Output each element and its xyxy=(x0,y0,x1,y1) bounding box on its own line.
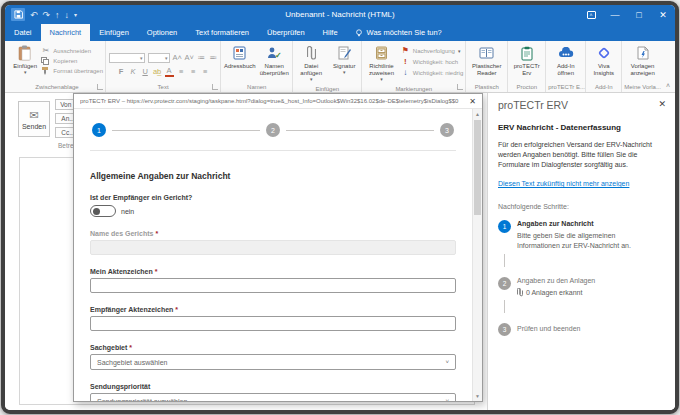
protectr-erv-dialog: proTECTr ERV – https://erv.protectr.com/… xyxy=(73,93,483,402)
group-label-clipboard: Zwischenablage xyxy=(11,83,103,92)
font-color-icon[interactable]: A xyxy=(165,66,174,77)
group-label-procton: Procton xyxy=(510,83,543,92)
check-names-icon: ✓ xyxy=(267,45,281,61)
protectr-erv-button[interactable]: proTECTr Erv xyxy=(510,43,543,79)
lightbulb-icon xyxy=(355,29,363,37)
taskpane-heading: ERV Nachricht - Datenerfassung xyxy=(498,123,666,132)
dialog-launcher-icon[interactable] xyxy=(212,84,218,90)
tab-hilfe[interactable]: Hilfe xyxy=(314,24,347,41)
save-icon[interactable] xyxy=(11,8,25,21)
dialog-launcher-icon[interactable] xyxy=(97,84,103,90)
check-names-button[interactable]: ✓ Namen überprüfen xyxy=(258,43,290,79)
paste-button[interactable]: Einfügen ▾ xyxy=(11,43,39,78)
dialog-titlebar: proTECTr ERV – https://erv.protectr.com/… xyxy=(74,94,482,109)
taskpane-step-2: 2 Angaben zu den Anlagen 0 Anlagen erkan… xyxy=(498,276,666,298)
shrink-font-icon[interactable]: A˅ xyxy=(185,53,194,62)
redo-icon[interactable]: ↷ xyxy=(43,10,51,20)
dialog-launcher-icon[interactable] xyxy=(457,84,463,90)
recipient-reference-input[interactable] xyxy=(90,316,456,331)
italic-button[interactable]: K xyxy=(129,67,138,76)
tellme-box[interactable]: Was möchten Sie tun? xyxy=(347,24,450,41)
steps-label: Nachfolgende Schritte: xyxy=(498,203,666,210)
tab-einfuegen[interactable]: Einfügen xyxy=(90,24,138,41)
numbering-icon[interactable]: ≕ xyxy=(209,53,218,62)
step-3-circle: 3 xyxy=(440,123,454,137)
scroll-down-icon[interactable]: ▼ xyxy=(473,391,482,401)
tab-nachricht[interactable]: Nachricht xyxy=(41,24,91,41)
importance-high-button[interactable]: !Wichtigkeit: hoch xyxy=(401,57,463,66)
attach-file-button[interactable]: Datei anfügen ▾ xyxy=(295,43,327,85)
dialog-body: 1 2 3 Allgemeine Angaben zur Nachricht I… xyxy=(74,109,472,401)
viva-insights-button[interactable]: Viva Insights xyxy=(588,43,619,79)
protectr-taskpane: proTECTr ERV ✕ ERV Nachricht - Datenerfa… xyxy=(487,93,675,410)
customize-qat-icon[interactable]: ▾ xyxy=(74,11,77,18)
flag-icon: ⚑ xyxy=(401,46,410,55)
tab-ueberpruefen[interactable]: Überprüfen xyxy=(258,24,314,41)
group-label-viva: Add-In xyxy=(588,83,619,92)
previous-item-icon[interactable]: ↑ xyxy=(55,10,60,20)
titlebar: ↶ ↷ ↑ ↓ ▾ Unbenannt - Nachricht (HTML) ˄… xyxy=(5,5,675,24)
importance-low-button[interactable]: ↓Wichtigkeit: niedrig xyxy=(401,68,463,77)
scroll-up-icon[interactable]: ▲ xyxy=(473,109,482,119)
step-1-badge: 1 xyxy=(498,220,511,233)
taskpane-description: Für den erfolgreichen Versand der ERV-Na… xyxy=(498,140,666,170)
collapse-ribbon-icon[interactable]: ˄ xyxy=(663,82,675,92)
court-toggle[interactable] xyxy=(90,205,116,217)
underline-button[interactable]: U xyxy=(141,67,150,76)
tab-text-formatieren[interactable]: Text formatieren xyxy=(186,24,258,41)
subject-area-select[interactable]: Sachgebiet auswählen ˅ xyxy=(90,354,456,370)
maximize-button[interactable]: □ xyxy=(627,5,651,24)
taskpane-close-icon[interactable]: ✕ xyxy=(658,99,666,109)
close-button[interactable]: ✕ xyxy=(651,5,675,24)
immersive-reader-button[interactable]: Plastischer Reader xyxy=(468,43,505,79)
tab-datei[interactable]: Datei xyxy=(5,24,41,41)
tab-optionen[interactable]: Optionen xyxy=(138,24,186,41)
signature-button[interactable]: Signatur ▾ xyxy=(329,43,359,78)
show-templates-button[interactable]: Vorlagen anzeigen xyxy=(625,43,661,79)
bullets-icon[interactable]: ≔ xyxy=(197,53,206,62)
font-size-select[interactable]: ▾ xyxy=(148,53,170,63)
font-name-select[interactable]: ▾ xyxy=(109,53,145,63)
assign-policy-button[interactable]: Richtlinie zuweisen ▾ xyxy=(364,43,399,85)
bold-button[interactable]: F xyxy=(117,67,126,76)
undo-icon[interactable]: ↶ xyxy=(30,10,38,20)
dialog-close-icon[interactable]: ✕ xyxy=(463,97,476,106)
group-label-immersive: Plastisch xyxy=(468,83,505,92)
next-item-icon[interactable]: ↓ xyxy=(65,10,70,20)
ribbon: Einfügen ▾ ✂Ausschneiden Kopieren Format… xyxy=(5,41,675,93)
send-button[interactable]: ✉ Senden xyxy=(18,101,50,137)
ribbon-group-templates: Vorlagen anzeigen Meine Vorla... xyxy=(622,41,663,92)
down-arrow-icon: ↓ xyxy=(401,68,410,77)
priority-select[interactable]: Sendungspriorität auswählen ˅ xyxy=(90,393,456,401)
align-left-icon[interactable]: ≡ xyxy=(177,67,186,76)
dialog-scrollbar[interactable]: ▲ ▼ xyxy=(472,109,482,401)
step-2-desc: 0 Anlagen erkannt xyxy=(526,288,582,298)
step-2-title: Angaben zu den Anlagen xyxy=(517,276,595,286)
ribbon-group-names: Adressbuch ✓ Namen überprüfen Namen xyxy=(221,41,293,92)
minimize-button[interactable]: — xyxy=(603,5,627,24)
recipient-reference-label: Empfänger Aktenzeichen * xyxy=(90,306,456,313)
follow-up-button[interactable]: ⚑Nachverfolgung▾ xyxy=(401,46,463,55)
open-addin-button[interactable]: Add-In öffnen xyxy=(549,43,583,79)
ribbon-group-text: ▾ ▾ A˄ A˅ ≔ ≕ F K U ab̲ A ≡ ≡ ≡ xyxy=(106,41,221,92)
address-book-button[interactable]: Adressbuch xyxy=(223,43,256,72)
taskpane-step-3: 3 Prüfen und beenden xyxy=(498,322,666,336)
ribbon-group-tags: Richtlinie zuweisen ▾ ⚑Nachverfolgung▾ !… xyxy=(362,41,466,92)
cut-button[interactable]: ✂Ausschneiden xyxy=(41,46,103,55)
my-reference-input[interactable] xyxy=(90,278,456,293)
taskpane-step-1: 1 Angaben zur Nachricht Bitte geben Sie … xyxy=(498,219,666,250)
outlook-window: ↶ ↷ ↑ ↓ ▾ Unbenannt - Nachricht (HTML) ˄… xyxy=(1,1,679,414)
align-center-icon[interactable]: ≡ xyxy=(189,67,198,76)
highlight-color-icon[interactable]: ab̲ xyxy=(153,67,162,76)
group-label-include: Einfügen xyxy=(295,85,359,93)
subject-area-label: Sachgebiet * xyxy=(90,344,456,351)
copy-button[interactable]: Kopieren xyxy=(41,57,103,65)
grow-font-icon[interactable]: A˄ xyxy=(173,53,182,62)
format-painter-button[interactable]: Format übertragen xyxy=(41,67,103,75)
protectr-erv-icon xyxy=(521,45,533,61)
ribbon-display-options-icon[interactable]: ˄ xyxy=(579,5,603,24)
scrollbar-thumb[interactable] xyxy=(474,120,481,215)
hide-text-link[interactable]: Diesen Text zukünftig nicht mehr anzeige… xyxy=(498,180,666,187)
align-right-icon[interactable]: ≡ xyxy=(201,67,210,76)
templates-doc-icon xyxy=(637,45,649,61)
